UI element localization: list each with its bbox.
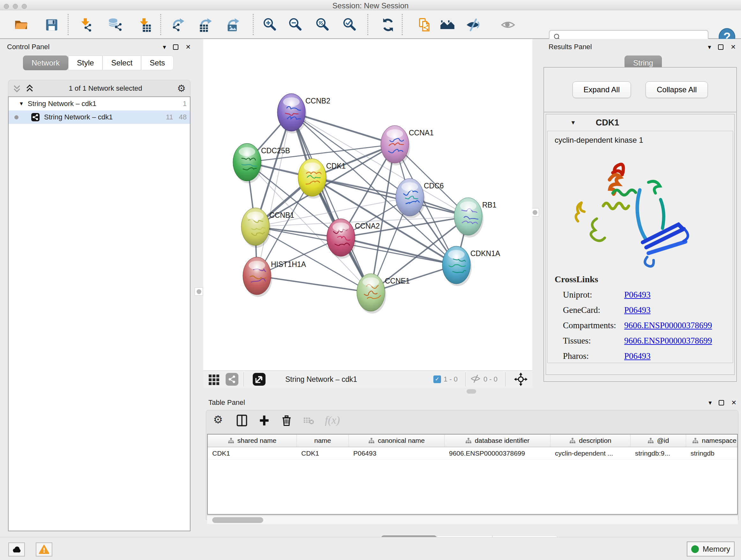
grid-view-icon[interactable] — [207, 372, 221, 386]
memory-button[interactable]: Memory — [687, 542, 735, 557]
selected-counts: 1 - 0 — [444, 375, 458, 383]
network-node-CCNE1[interactable] — [357, 273, 386, 314]
network-row[interactable]: String Network – cdk1 11 48 — [9, 111, 190, 124]
import-table-icon[interactable] — [137, 17, 152, 33]
scrollbar-thumb[interactable] — [212, 517, 263, 523]
zoom-in-icon[interactable] — [262, 17, 278, 33]
node-label-RB1: RB1 — [482, 201, 496, 209]
birdseye-view-icon[interactable] — [252, 372, 266, 386]
save-session-icon[interactable] — [44, 17, 59, 33]
crosslink-label: Uniprot: — [563, 290, 624, 300]
collection-count: 1 — [183, 100, 187, 108]
table-float-panel-icon[interactable] — [719, 400, 724, 406]
eye-icon[interactable] — [500, 17, 516, 33]
cloud-status-button[interactable] — [8, 543, 25, 557]
expand-all-button[interactable]: Expand All — [572, 81, 631, 98]
refresh-icon[interactable] — [381, 17, 396, 33]
crosslink-link[interactable]: 9606.ENSP00000378699 — [624, 320, 712, 330]
panel-menu-icon[interactable]: ▾ — [163, 43, 166, 51]
node-label-CCNB2: CCNB2 — [306, 97, 330, 105]
node-label-CDK1: CDK1 — [326, 162, 346, 170]
network-node-CCNB1[interactable] — [241, 208, 271, 248]
network-node-CCNA1[interactable] — [381, 125, 410, 165]
table-panel-menu-icon[interactable]: ▾ — [709, 399, 712, 407]
network-options-gear-icon[interactable]: ⚙ — [177, 84, 186, 93]
network-node-CCNB2[interactable] — [277, 94, 307, 133]
tab-network[interactable]: Network — [23, 56, 68, 70]
network-node-CDK1[interactable] — [298, 159, 327, 199]
entry-caret-icon[interactable]: ▼ — [570, 119, 576, 126]
import-network-database-icon[interactable] — [108, 17, 123, 33]
table-horizontal-scrollbar[interactable] — [207, 516, 738, 524]
export-network-icon[interactable] — [171, 17, 186, 33]
tab-sets[interactable]: Sets — [141, 56, 174, 70]
open-session-icon[interactable] — [13, 17, 29, 33]
show-columns-icon[interactable] — [235, 414, 248, 427]
expand-all-icon[interactable] — [25, 84, 34, 92]
string-houses-icon[interactable] — [440, 17, 455, 33]
collection-caret-icon[interactable]: ▼ — [19, 101, 24, 107]
close-panel-icon[interactable]: ✕ — [185, 43, 191, 51]
crosslink-link[interactable]: P06493 — [624, 305, 651, 315]
zoom-fit-icon[interactable] — [315, 17, 330, 33]
tab-style[interactable]: Style — [68, 56, 103, 70]
column-header-description[interactable]: description — [550, 435, 630, 447]
selected-items-checkbox[interactable]: ✓ — [433, 375, 441, 383]
node-label-CCNA2: CCNA2 — [355, 222, 380, 230]
crosslink-link[interactable]: P06493 — [624, 351, 651, 361]
table-panel-splitter[interactable] — [203, 388, 741, 396]
crosslink-label: GeneCard: — [563, 305, 624, 315]
results-panel-menu-icon[interactable]: ▾ — [708, 43, 711, 51]
delete-column-icon[interactable] — [280, 414, 293, 427]
export-table-icon[interactable] — [199, 17, 214, 33]
network-edge-count: 48 — [179, 113, 187, 121]
network-node-CCNA2[interactable] — [327, 219, 356, 259]
tab-select[interactable]: Select — [103, 56, 141, 70]
results-float-panel-icon[interactable] — [718, 44, 724, 50]
collapse-all-button[interactable]: Collapse All — [646, 81, 708, 98]
warning-button[interactable] — [36, 543, 52, 557]
add-column-icon[interactable] — [258, 414, 271, 427]
column-header-shared-name[interactable]: shared name — [208, 435, 297, 447]
copy-network-icon[interactable] — [417, 17, 432, 33]
table-splitter-handle[interactable] — [467, 389, 476, 394]
hide-unhide-icon[interactable] — [465, 17, 481, 33]
crosslink-link[interactable]: P06493 — [624, 290, 651, 300]
table-options-gear-icon[interactable]: ⚙ — [213, 414, 226, 427]
float-panel-icon[interactable] — [173, 44, 179, 50]
entry-gene-name: CDK1 — [596, 118, 619, 128]
column-header-name[interactable]: name — [297, 435, 349, 447]
function-builder-icon[interactable]: f(x) — [325, 414, 338, 427]
import-network-icon[interactable] — [78, 17, 94, 33]
network-view-mode-icon[interactable] — [225, 372, 239, 386]
hidden-items-icon[interactable] — [470, 373, 481, 385]
status-bar: Memory — [0, 537, 741, 560]
results-close-panel-icon[interactable]: ✕ — [731, 43, 736, 51]
export-image-icon[interactable] — [226, 17, 241, 33]
column-header-@id[interactable]: @id — [630, 435, 686, 447]
network-node-HIST1H1A[interactable] — [243, 257, 272, 297]
hidden-counts: 0 - 0 — [483, 375, 497, 383]
network-node-CDKN1A[interactable] — [442, 246, 472, 286]
collapse-all-icon[interactable] — [13, 84, 21, 92]
column-header-database-identifier[interactable]: database identifier — [445, 435, 550, 447]
current-network-title: String Network – cdk1 — [285, 375, 433, 384]
column-header-namespace[interactable]: namespace — [686, 435, 738, 447]
table-cell: CDK1 — [297, 447, 349, 459]
network-collection-row[interactable]: ▼ String Network – cdk1 1 — [9, 97, 190, 111]
column-header-canonical-name[interactable]: canonical name — [349, 435, 445, 447]
delete-table-icon[interactable] — [302, 414, 315, 427]
crosslink-link[interactable]: 9606.ENSP00000378699 — [624, 336, 712, 346]
table-close-panel-icon[interactable]: ✕ — [731, 399, 737, 407]
network-canvas[interactable]: CCNB2CCNA1CDC25BCDK1CDC6RB1CCNB1CCNA2CDK… — [203, 39, 532, 370]
left-splitter-handle[interactable] — [195, 287, 203, 296]
string-results-box: Expand All Collapse All ▼ CDK1 cyclin-de… — [543, 67, 737, 382]
table-row[interactable]: CDK1CDK1P064939606.ENSP00000378699cyclin… — [208, 447, 737, 459]
control-panel-tabs: NetworkStyleSelectSets — [23, 56, 174, 70]
zoom-selected-icon[interactable] — [342, 17, 357, 33]
fit-content-crosshair-icon[interactable] — [514, 372, 528, 386]
zoom-out-icon[interactable] — [288, 17, 303, 33]
entry-header[interactable]: ▼ CDK1 — [546, 114, 734, 131]
crosslink-row: GeneCard:P06493 — [555, 305, 733, 315]
network-node-RB1[interactable] — [454, 198, 483, 238]
